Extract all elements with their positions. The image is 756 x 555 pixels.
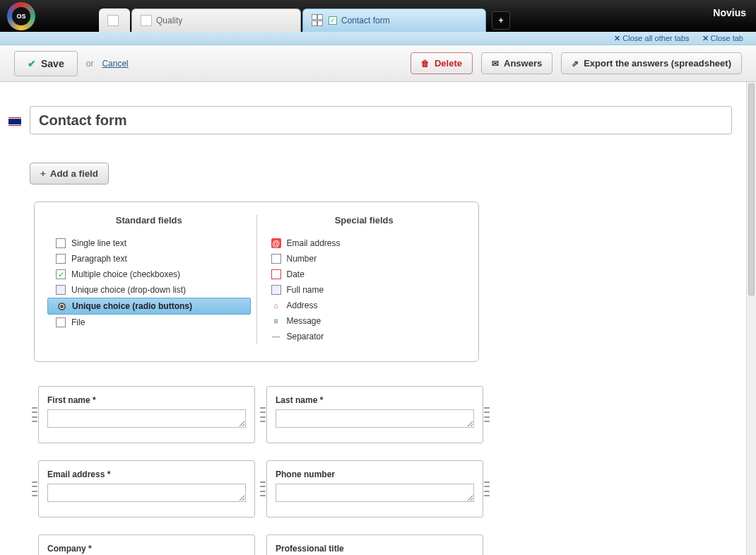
field-address[interactable]: ⌂Address (263, 298, 466, 313)
column-header: Standard fields (42, 215, 256, 226)
form-row: Email address * Phone number (38, 460, 483, 518)
drag-handle-icon[interactable] (260, 407, 266, 423)
radio-icon (57, 301, 66, 311)
standard-fields-column: Standard fields Single line text Paragra… (42, 215, 257, 344)
close-all-tabs-link[interactable]: ✕Close all other tabs (614, 34, 689, 43)
field-radio-buttons[interactable]: Unique choice (radio buttons) (47, 298, 251, 315)
top-bar: OS Quality ✓ Contact form + Novius (0, 0, 756, 32)
file-icon (56, 317, 66, 327)
answers-button[interactable]: ✉ Answers (481, 52, 553, 74)
close-icon: ✕ (702, 34, 709, 42)
dropdown-icon (56, 285, 66, 295)
home-icon: ⌂ (271, 300, 281, 310)
tab-label: Quality (156, 16, 182, 25)
drag-handle-icon[interactable] (484, 481, 490, 497)
drag-handle-icon[interactable] (484, 407, 490, 423)
form-field-professional-title[interactable]: Professional title (266, 534, 483, 555)
field-input[interactable] (47, 409, 246, 428)
tab-label: Contact form (341, 16, 390, 25)
field-label: Company * (47, 544, 246, 554)
text-icon (56, 238, 66, 248)
field-input[interactable] (276, 484, 474, 502)
calendar-icon (271, 269, 281, 279)
scroll-thumb[interactable] (748, 83, 755, 296)
checkbox-icon: ✓ (56, 269, 66, 279)
check-icon: ✔ (28, 58, 36, 69)
brand-label: Novius (713, 7, 746, 18)
form-layout: First name * Last name * Email address *… (38, 386, 483, 555)
form-title-wrapper (30, 106, 732, 134)
tab-actions-strip: ✕Close all other tabs ✕Close tab (0, 32, 756, 45)
external-link-icon: ⇗ (572, 59, 579, 69)
action-bar: ✔ Save or Cancel 🗑 Delete ✉ Answers ⇗ Ex… (0, 45, 756, 82)
close-icon: ✕ (614, 34, 620, 42)
field-label: Professional title (276, 544, 474, 554)
drag-handle-icon[interactable] (32, 481, 37, 497)
mail-icon: ✉ (492, 59, 499, 69)
trash-icon: 🗑 (421, 59, 430, 69)
email-icon: @ (271, 238, 281, 248)
form-field-email[interactable]: Email address * (38, 460, 255, 518)
message-icon: ≡ (271, 316, 281, 326)
separator-icon: — (271, 332, 281, 341)
form-field-first-name[interactable]: First name * (38, 386, 255, 443)
add-field-button[interactable]: + Add a field (30, 163, 109, 185)
field-single-line-text[interactable]: Single line text (47, 235, 251, 251)
tab-contact-form[interactable]: ✓ Contact form (302, 8, 486, 32)
checkbox-icon: ✓ (329, 16, 337, 25)
field-input[interactable] (47, 484, 246, 502)
field-separator[interactable]: —Separator (263, 329, 466, 344)
document-icon (141, 15, 152, 26)
tab-quality[interactable]: Quality (131, 8, 301, 32)
form-row: First name * Last name * (38, 386, 483, 443)
plus-icon: + (498, 16, 503, 25)
tab-add[interactable]: + (492, 11, 510, 30)
plus-icon: + (40, 168, 46, 179)
form-icon (312, 14, 324, 27)
tabs: Quality ✓ Contact form + (99, 0, 510, 32)
fields-panel: Standard fields Single line text Paragra… (34, 201, 479, 362)
scrollbar[interactable] (746, 82, 756, 555)
cancel-link[interactable]: Cancel (102, 59, 128, 69)
form-row: Company * Professional title (38, 534, 483, 555)
delete-button[interactable]: 🗑 Delete (411, 52, 473, 74)
form-field-company[interactable]: Company * (38, 534, 255, 555)
field-dropdown[interactable]: Unique choice (drop-down list) (47, 282, 251, 298)
export-button[interactable]: ⇗ Export the answers (spreadsheet) (561, 52, 742, 74)
person-icon (271, 285, 281, 295)
form-field-last-name[interactable]: Last name * (266, 386, 483, 443)
form-title-input[interactable] (30, 106, 732, 134)
field-date[interactable]: Date (263, 267, 466, 282)
field-number[interactable]: Number (263, 251, 466, 267)
field-message[interactable]: ≡Message (263, 313, 466, 329)
field-label: Last name * (276, 395, 474, 405)
field-label: Email address * (47, 469, 246, 479)
close-tab-link[interactable]: ✕Close tab (702, 34, 743, 43)
tab-home[interactable] (99, 8, 130, 32)
field-label: Phone number (276, 469, 474, 479)
column-header: Special fields (257, 215, 472, 226)
field-fullname[interactable]: Full name (263, 282, 466, 298)
field-email[interactable]: @Email address (263, 235, 466, 251)
drag-handle-icon[interactable] (32, 407, 37, 423)
field-multiple-choice[interactable]: ✓Multiple choice (checkboxes) (47, 267, 251, 282)
field-input[interactable] (276, 409, 474, 428)
field-file[interactable]: File (47, 315, 251, 330)
paragraph-icon (56, 254, 66, 264)
special-fields-column: Special fields @Email address Number Dat… (257, 215, 472, 344)
content-area: + Add a field Standard fields Single lin… (0, 82, 746, 555)
form-field-phone[interactable]: Phone number (266, 460, 483, 518)
document-icon (107, 15, 119, 26)
drag-handle-icon[interactable] (260, 481, 266, 497)
field-paragraph-text[interactable]: Paragraph text (47, 251, 251, 267)
field-label: First name * (47, 395, 246, 405)
or-label: or (86, 59, 94, 69)
flag-icon (8, 117, 21, 126)
app-logo[interactable]: OS (0, 0, 42, 32)
save-button[interactable]: ✔ Save (14, 51, 78, 76)
number-icon (271, 254, 281, 264)
